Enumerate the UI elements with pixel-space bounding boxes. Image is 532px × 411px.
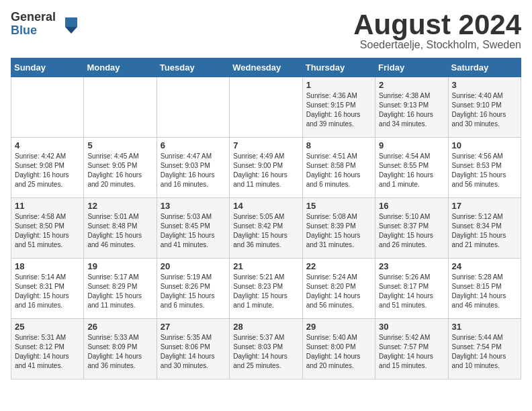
calendar-cell — [230, 77, 302, 138]
calendar-cell: 2Sunrise: 4:38 AM Sunset: 9:13 PM Daylig… — [375, 77, 448, 138]
calendar-cell: 16Sunrise: 5:10 AM Sunset: 8:37 PM Dayli… — [375, 198, 448, 259]
calendar-header: SundayMondayTuesdayWednesdayThursdayFrid… — [11, 58, 521, 77]
day-info: Sunrise: 5:03 AM Sunset: 8:45 PM Dayligh… — [161, 212, 226, 250]
day-number: 22 — [306, 261, 371, 271]
svg-marker-0 — [65, 17, 77, 27]
day-number: 31 — [452, 322, 517, 332]
calendar-cell: 31Sunrise: 5:44 AM Sunset: 7:54 PM Dayli… — [448, 319, 521, 379]
day-info: Sunrise: 5:28 AM Sunset: 8:15 PM Dayligh… — [452, 273, 517, 310]
calendar-cell — [84, 77, 157, 138]
day-info: Sunrise: 5:31 AM Sunset: 8:12 PM Dayligh… — [15, 333, 80, 371]
header-monday: Monday — [84, 58, 157, 77]
day-number: 27 — [161, 322, 226, 332]
day-info: Sunrise: 5:19 AM Sunset: 8:26 PM Dayligh… — [161, 273, 226, 310]
header-row: SundayMondayTuesdayWednesdayThursdayFrid… — [11, 58, 521, 77]
page-header: General Blue August 2024 Soedertaelje, S… — [11, 11, 521, 51]
day-number: 20 — [161, 261, 226, 271]
logo-icon — [58, 15, 77, 34]
calendar-cell: 26Sunrise: 5:33 AM Sunset: 8:09 PM Dayli… — [84, 319, 157, 379]
day-info: Sunrise: 5:26 AM Sunset: 8:17 PM Dayligh… — [379, 273, 444, 310]
calendar-cell: 13Sunrise: 5:03 AM Sunset: 8:45 PM Dayli… — [157, 198, 229, 259]
day-info: Sunrise: 5:42 AM Sunset: 7:57 PM Dayligh… — [379, 333, 444, 371]
week-row-0: 1Sunrise: 4:36 AM Sunset: 9:15 PM Daylig… — [11, 77, 521, 138]
day-number: 3 — [452, 80, 517, 90]
day-number: 17 — [452, 201, 517, 211]
header-tuesday: Tuesday — [157, 58, 229, 77]
calendar-cell: 12Sunrise: 5:01 AM Sunset: 8:48 PM Dayli… — [84, 198, 157, 259]
calendar-cell: 10Sunrise: 4:56 AM Sunset: 8:53 PM Dayli… — [448, 138, 521, 198]
day-number: 24 — [452, 261, 517, 271]
day-info: Sunrise: 5:40 AM Sunset: 8:00 PM Dayligh… — [306, 333, 371, 371]
calendar-cell: 14Sunrise: 5:05 AM Sunset: 8:42 PM Dayli… — [230, 198, 302, 259]
calendar-cell — [157, 77, 229, 138]
day-info: Sunrise: 4:58 AM Sunset: 8:50 PM Dayligh… — [15, 212, 80, 250]
day-number: 10 — [452, 140, 517, 150]
header-sunday: Sunday — [11, 58, 84, 77]
day-number: 5 — [87, 140, 152, 150]
day-number: 26 — [87, 322, 152, 332]
day-info: Sunrise: 5:08 AM Sunset: 8:39 PM Dayligh… — [306, 212, 371, 250]
day-info: Sunrise: 5:17 AM Sunset: 8:29 PM Dayligh… — [87, 273, 152, 310]
svg-marker-1 — [65, 27, 77, 34]
day-number: 12 — [87, 201, 152, 211]
location: Soedertaelje, Stockholm, Sweden — [353, 39, 521, 51]
logo: General Blue — [11, 11, 77, 38]
header-friday: Friday — [375, 58, 448, 77]
day-number: 23 — [379, 261, 444, 271]
day-info: Sunrise: 5:12 AM Sunset: 8:34 PM Dayligh… — [452, 212, 517, 250]
calendar-cell: 1Sunrise: 4:36 AM Sunset: 9:15 PM Daylig… — [302, 77, 375, 138]
calendar-cell: 18Sunrise: 5:14 AM Sunset: 8:31 PM Dayli… — [11, 259, 84, 319]
day-info: Sunrise: 4:40 AM Sunset: 9:10 PM Dayligh… — [452, 91, 517, 129]
day-info: Sunrise: 5:37 AM Sunset: 8:03 PM Dayligh… — [233, 333, 298, 371]
day-number: 1 — [306, 80, 371, 90]
calendar-cell: 8Sunrise: 4:51 AM Sunset: 8:58 PM Daylig… — [302, 138, 375, 198]
calendar-cell — [11, 77, 84, 138]
day-number: 21 — [233, 261, 298, 271]
calendar-cell: 5Sunrise: 4:45 AM Sunset: 9:05 PM Daylig… — [84, 138, 157, 198]
calendar-cell: 15Sunrise: 5:08 AM Sunset: 8:39 PM Dayli… — [302, 198, 375, 259]
logo-general-text: General — [11, 11, 56, 24]
calendar-cell: 6Sunrise: 4:47 AM Sunset: 9:03 PM Daylig… — [157, 138, 229, 198]
calendar-cell: 3Sunrise: 4:40 AM Sunset: 9:10 PM Daylig… — [448, 77, 521, 138]
day-info: Sunrise: 5:01 AM Sunset: 8:48 PM Dayligh… — [87, 212, 152, 250]
calendar-cell: 19Sunrise: 5:17 AM Sunset: 8:29 PM Dayli… — [84, 259, 157, 319]
header-wednesday: Wednesday — [230, 58, 302, 77]
day-number: 18 — [15, 261, 80, 271]
calendar-cell: 30Sunrise: 5:42 AM Sunset: 7:57 PM Dayli… — [375, 319, 448, 379]
calendar-cell: 20Sunrise: 5:19 AM Sunset: 8:26 PM Dayli… — [157, 259, 229, 319]
day-number: 19 — [87, 261, 152, 271]
month-title: August 2024 — [353, 11, 521, 39]
calendar-cell: 11Sunrise: 4:58 AM Sunset: 8:50 PM Dayli… — [11, 198, 84, 259]
day-info: Sunrise: 4:47 AM Sunset: 9:03 PM Dayligh… — [161, 152, 226, 189]
calendar-cell: 22Sunrise: 5:24 AM Sunset: 8:20 PM Dayli… — [302, 259, 375, 319]
title-block: August 2024 Soedertaelje, Stockholm, Swe… — [353, 11, 521, 51]
day-info: Sunrise: 4:45 AM Sunset: 9:05 PM Dayligh… — [87, 152, 152, 189]
day-info: Sunrise: 5:14 AM Sunset: 8:31 PM Dayligh… — [15, 273, 80, 310]
day-info: Sunrise: 4:54 AM Sunset: 8:55 PM Dayligh… — [379, 152, 444, 189]
calendar-cell: 9Sunrise: 4:54 AM Sunset: 8:55 PM Daylig… — [375, 138, 448, 198]
calendar-cell: 21Sunrise: 5:21 AM Sunset: 8:23 PM Dayli… — [230, 259, 302, 319]
day-number: 15 — [306, 201, 371, 211]
calendar-cell: 28Sunrise: 5:37 AM Sunset: 8:03 PM Dayli… — [230, 319, 302, 379]
day-info: Sunrise: 5:05 AM Sunset: 8:42 PM Dayligh… — [233, 212, 298, 250]
day-info: Sunrise: 4:38 AM Sunset: 9:13 PM Dayligh… — [379, 91, 444, 129]
day-info: Sunrise: 5:24 AM Sunset: 8:20 PM Dayligh… — [306, 273, 371, 310]
day-info: Sunrise: 4:56 AM Sunset: 8:53 PM Dayligh… — [452, 152, 517, 189]
calendar-cell: 17Sunrise: 5:12 AM Sunset: 8:34 PM Dayli… — [448, 198, 521, 259]
day-info: Sunrise: 5:10 AM Sunset: 8:37 PM Dayligh… — [379, 212, 444, 250]
logo-blue-text: Blue — [11, 24, 56, 38]
calendar-cell: 25Sunrise: 5:31 AM Sunset: 8:12 PM Dayli… — [11, 319, 84, 379]
day-info: Sunrise: 5:33 AM Sunset: 8:09 PM Dayligh… — [87, 333, 152, 371]
calendar-cell: 29Sunrise: 5:40 AM Sunset: 8:00 PM Dayli… — [302, 319, 375, 379]
header-saturday: Saturday — [448, 58, 521, 77]
day-info: Sunrise: 5:21 AM Sunset: 8:23 PM Dayligh… — [233, 273, 298, 310]
week-row-1: 4Sunrise: 4:42 AM Sunset: 9:08 PM Daylig… — [11, 138, 521, 198]
day-number: 25 — [15, 322, 80, 332]
day-number: 6 — [161, 140, 226, 150]
calendar-cell: 23Sunrise: 5:26 AM Sunset: 8:17 PM Dayli… — [375, 259, 448, 319]
day-info: Sunrise: 5:35 AM Sunset: 8:06 PM Dayligh… — [161, 333, 226, 371]
calendar-cell: 24Sunrise: 5:28 AM Sunset: 8:15 PM Dayli… — [448, 259, 521, 319]
day-info: Sunrise: 5:44 AM Sunset: 7:54 PM Dayligh… — [452, 333, 517, 371]
day-number: 7 — [233, 140, 298, 150]
day-number: 13 — [161, 201, 226, 211]
